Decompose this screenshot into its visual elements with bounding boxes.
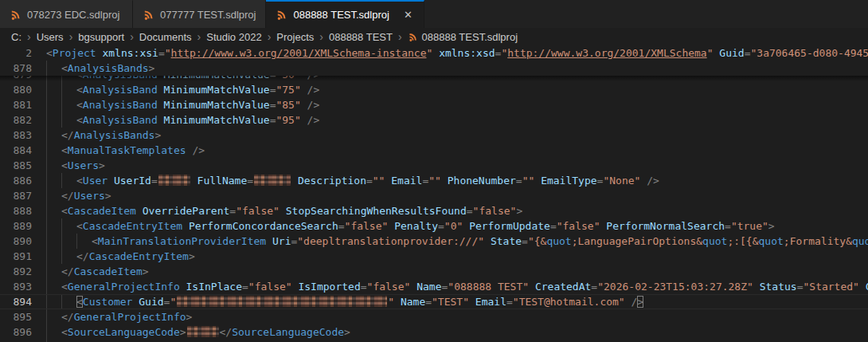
redacted-text <box>177 296 387 307</box>
redacted-text <box>158 175 190 186</box>
tab-077777-test-sdlproj[interactable]: 077777 TEST.sdlproj <box>133 0 266 28</box>
line-number: 885 <box>0 158 32 173</box>
indent-guide <box>46 82 61 97</box>
code-content: <Users> <box>32 158 868 173</box>
indent-guide <box>61 218 76 234</box>
xml-file-icon <box>143 9 154 21</box>
code-line[interactable]: 883</AnalysisBands> <box>0 128 868 143</box>
breadcrumb-item[interactable]: Documents <box>139 31 192 43</box>
indent-guide <box>46 97 61 112</box>
breadcrumb: C:›Users›bgsupport›Documents›Studio 2022… <box>0 28 868 45</box>
xml-editor[interactable]: 879<AnalysisBand MinimumMatchValue="50" … <box>0 45 868 342</box>
code-content: <GeneralProjectInfo IsInPlace="false" Is… <box>32 279 868 294</box>
vscode-window: 078273 EDC.sdlproj077777 TEST.sdlproj088… <box>0 0 868 342</box>
chevron-right-icon: › <box>398 32 402 41</box>
indent-guide <box>46 234 61 249</box>
tab-088888-test-sdlproj[interactable]: 088888 TEST.sdlproj✕ <box>266 0 424 28</box>
indent-guide <box>61 82 76 97</box>
bracket-match-highlight: < <box>76 296 83 308</box>
line-number: 891 <box>0 249 32 264</box>
line-number: 881 <box>0 97 32 112</box>
indent-guide <box>46 249 61 264</box>
code-lines: 879<AnalysisBand MinimumMatchValue="50" … <box>0 67 868 342</box>
line-number: 890 <box>0 234 32 249</box>
indent-guide <box>46 218 61 234</box>
code-content: <User UserId= FullName= Description="" E… <box>32 173 868 188</box>
code-line[interactable]: 884<ManualTaskTemplates /> <box>0 143 868 158</box>
indent-guide <box>46 173 61 188</box>
line-number: 2 <box>0 45 32 61</box>
code-line[interactable]: 889<CascadeEntryItem PerformConcordanceS… <box>0 218 868 234</box>
breadcrumb-item[interactable]: bgsupport <box>78 31 124 43</box>
code-content: <AnalysisBand MinimumMatchValue="75" /> <box>32 82 868 97</box>
tab-close-icon[interactable]: ✕ <box>402 9 414 21</box>
indent-guide <box>61 173 76 188</box>
code-content: </GeneralProjectInfo> <box>32 309 868 324</box>
code-line[interactable]: 887</Users> <box>0 188 868 203</box>
code-content: <CascadeEntryItem PerformConcordanceSear… <box>32 218 868 234</box>
line-number: 884 <box>0 143 32 158</box>
line-number: 888 <box>0 203 32 218</box>
breadcrumb-item[interactable]: 088888 TEST <box>329 31 393 43</box>
chevron-right-icon: › <box>69 32 73 41</box>
code-content: <AnalysisBands> <box>32 61 868 76</box>
code-content: <CascadeItem OverrideParent="false" Stop… <box>32 203 868 218</box>
indent-guide <box>46 264 61 279</box>
line-number: 895 <box>0 309 32 324</box>
xml-file-icon <box>276 9 287 21</box>
breadcrumb-file[interactable]: 088888 TEST.sdlproj <box>408 31 518 43</box>
breadcrumb-item[interactable]: C: <box>11 31 22 43</box>
indent-guide <box>61 112 76 128</box>
tab-078273-edc-sdlproj[interactable]: 078273 EDC.sdlproj <box>0 0 133 28</box>
redacted-text <box>254 175 291 186</box>
code-line[interactable]: 896<SourceLanguageCode></SourceLanguageC… <box>0 324 868 340</box>
chevron-right-icon: › <box>197 32 201 41</box>
code-line[interactable]: 881<AnalysisBand MinimumMatchValue="85" … <box>0 97 868 112</box>
code-line[interactable]: 2<Project xmlns:xsi="http://www.w3.org/2… <box>0 45 868 61</box>
line-number: 886 <box>0 173 32 188</box>
code-line[interactable]: 891</CascadeEntryItem> <box>0 249 868 264</box>
indent-guide <box>46 309 61 324</box>
code-line[interactable]: 885<Users> <box>0 158 868 173</box>
code-line[interactable]: 895</GeneralProjectInfo> <box>0 309 868 324</box>
code-line[interactable]: 880<AnalysisBand MinimumMatchValue="75" … <box>0 82 868 97</box>
indent-guide <box>46 279 61 294</box>
tab-label: 088888 TEST.sdlproj <box>293 9 389 21</box>
code-content: <Customer Guid="" Name="TEST" Email="TES… <box>32 295 868 309</box>
line-number: 892 <box>0 264 32 279</box>
line-number: 878 <box>0 61 32 76</box>
line-number: 889 <box>0 218 32 234</box>
code-line[interactable]: 894<Customer Guid="" Name="TEST" Email="… <box>0 294 868 309</box>
chevron-right-icon: › <box>27 32 31 41</box>
code-content: </CascadeItem> <box>32 264 868 279</box>
indent-guide <box>61 295 76 309</box>
breadcrumb-item[interactable]: Projects <box>276 31 314 43</box>
code-line[interactable]: 888<CascadeItem OverrideParent="false" S… <box>0 203 868 218</box>
code-line[interactable]: 893<GeneralProjectInfo IsInPlace="false"… <box>0 279 868 294</box>
code-line[interactable]: 886<User UserId= FullName= Description="… <box>0 173 868 188</box>
code-line[interactable]: 882<AnalysisBand MinimumMatchValue="95" … <box>0 112 868 128</box>
breadcrumb-item[interactable]: Users <box>37 31 64 43</box>
tab-bar: 078273 EDC.sdlproj077777 TEST.sdlproj088… <box>0 0 868 28</box>
code-line[interactable]: 890<MainTranslationProviderItem Uri="dee… <box>0 234 868 249</box>
xml-file-icon <box>408 32 418 42</box>
code-content: </AnalysisBands> <box>32 128 868 143</box>
code-line[interactable]: 892</CascadeItem> <box>0 264 868 279</box>
line-number: 896 <box>0 324 32 340</box>
indent-guide <box>61 97 76 112</box>
indent-guide <box>46 188 61 203</box>
breadcrumb-item[interactable]: Studio 2022 <box>206 31 261 43</box>
line-number: 887 <box>0 188 32 203</box>
tab-label: 077777 TEST.sdlproj <box>160 9 256 21</box>
chevron-right-icon: › <box>319 32 323 41</box>
indent-guide <box>61 249 76 264</box>
indent-guide <box>46 128 61 143</box>
indent-guide <box>46 295 61 309</box>
sticky-scroll: 2<Project xmlns:xsi="http://www.w3.org/2… <box>0 45 868 76</box>
code-content: <SourceLanguageCode></SourceLanguageCode… <box>32 324 868 340</box>
code-content: <Project xmlns:xsi="http://www.w3.org/20… <box>32 45 868 61</box>
line-number: 882 <box>0 112 32 128</box>
bracket-match-highlight: > <box>637 296 643 308</box>
indent-guide <box>46 61 61 76</box>
code-line[interactable]: 878<AnalysisBands> <box>0 61 868 76</box>
